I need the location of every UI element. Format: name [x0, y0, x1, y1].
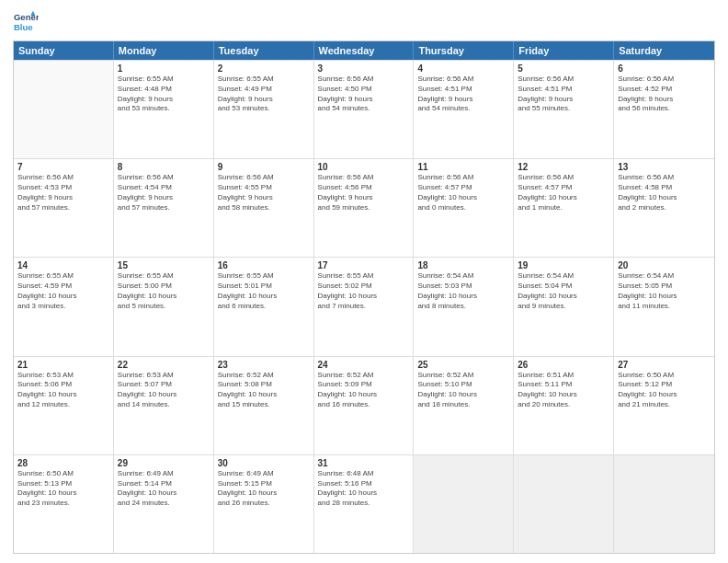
day-info: Sunrise: 6:54 AM Sunset: 5:05 PM Dayligh… — [618, 271, 711, 311]
day-info: Sunrise: 6:50 AM Sunset: 5:12 PM Dayligh… — [618, 371, 711, 410]
day-number: 4 — [417, 63, 509, 74]
calendar-cell: 2Sunrise: 6:55 AM Sunset: 4:49 PM Daylig… — [214, 61, 314, 158]
logo: General Blue — [13, 9, 39, 35]
header-day-wednesday: Wednesday — [314, 41, 415, 60]
day-info: Sunrise: 6:55 AM Sunset: 5:02 PM Dayligh… — [318, 271, 410, 311]
day-info: Sunrise: 6:49 AM Sunset: 5:14 PM Dayligh… — [118, 469, 210, 509]
day-number: 22 — [118, 360, 210, 370]
day-number: 29 — [118, 458, 210, 468]
calendar-cell: 20Sunrise: 6:54 AM Sunset: 5:05 PM Dayli… — [614, 258, 714, 355]
calendar-cell: 11Sunrise: 6:56 AM Sunset: 4:57 PM Dayli… — [414, 159, 514, 257]
day-number: 28 — [17, 458, 109, 468]
day-info: Sunrise: 6:56 AM Sunset: 4:58 PM Dayligh… — [618, 173, 711, 213]
day-info: Sunrise: 6:50 AM Sunset: 5:13 PM Dayligh… — [17, 469, 109, 509]
day-info: Sunrise: 6:52 AM Sunset: 5:10 PM Dayligh… — [417, 371, 509, 410]
day-info: Sunrise: 6:52 AM Sunset: 5:08 PM Dayligh… — [218, 371, 310, 410]
day-info: Sunrise: 6:56 AM Sunset: 4:50 PM Dayligh… — [318, 75, 410, 114]
day-number: 20 — [618, 260, 711, 270]
day-info: Sunrise: 6:56 AM Sunset: 4:56 PM Dayligh… — [318, 173, 410, 213]
day-number: 24 — [318, 360, 410, 370]
day-info: Sunrise: 6:48 AM Sunset: 5:16 PM Dayligh… — [318, 469, 410, 509]
day-number: 23 — [218, 360, 310, 370]
calendar-cell — [514, 455, 614, 553]
svg-text:Blue: Blue — [14, 22, 33, 32]
day-number: 7 — [17, 162, 109, 172]
calendar-cell: 10Sunrise: 6:56 AM Sunset: 4:56 PM Dayli… — [314, 159, 415, 257]
calendar-row-1: 1Sunrise: 6:55 AM Sunset: 4:48 PM Daylig… — [14, 60, 714, 158]
day-number: 3 — [318, 63, 410, 74]
logo-icon: General Blue — [13, 9, 39, 35]
day-info: Sunrise: 6:56 AM Sunset: 4:54 PM Dayligh… — [118, 173, 210, 213]
day-info: Sunrise: 6:49 AM Sunset: 5:15 PM Dayligh… — [218, 469, 310, 509]
calendar-cell: 8Sunrise: 6:56 AM Sunset: 4:54 PM Daylig… — [114, 159, 214, 257]
day-info: Sunrise: 6:55 AM Sunset: 4:59 PM Dayligh… — [17, 271, 109, 311]
calendar-cell: 30Sunrise: 6:49 AM Sunset: 5:15 PM Dayli… — [214, 455, 314, 553]
calendar-cell: 22Sunrise: 6:53 AM Sunset: 5:07 PM Dayli… — [114, 357, 214, 454]
day-number: 14 — [17, 260, 109, 270]
calendar-row-3: 14Sunrise: 6:55 AM Sunset: 4:59 PM Dayli… — [14, 257, 714, 355]
calendar-cell: 4Sunrise: 6:56 AM Sunset: 4:51 PM Daylig… — [414, 61, 514, 158]
calendar-cell: 19Sunrise: 6:54 AM Sunset: 5:04 PM Dayli… — [514, 258, 614, 355]
day-number: 16 — [218, 260, 310, 270]
calendar-cell — [614, 455, 714, 553]
day-info: Sunrise: 6:55 AM Sunset: 5:01 PM Dayligh… — [218, 271, 310, 311]
calendar-cell: 25Sunrise: 6:52 AM Sunset: 5:10 PM Dayli… — [414, 357, 514, 454]
day-number: 15 — [118, 260, 210, 270]
calendar: SundayMondayTuesdayWednesdayThursdayFrid… — [13, 40, 715, 554]
calendar-cell: 3Sunrise: 6:56 AM Sunset: 4:50 PM Daylig… — [314, 61, 415, 158]
calendar-cell: 29Sunrise: 6:49 AM Sunset: 5:14 PM Dayli… — [114, 455, 214, 553]
calendar-cell: 16Sunrise: 6:55 AM Sunset: 5:01 PM Dayli… — [214, 258, 314, 355]
header-day-saturday: Saturday — [614, 41, 714, 60]
calendar-row-2: 7Sunrise: 6:56 AM Sunset: 4:53 PM Daylig… — [14, 158, 714, 257]
day-info: Sunrise: 6:56 AM Sunset: 4:57 PM Dayligh… — [417, 173, 509, 213]
day-number: 6 — [618, 63, 711, 74]
calendar-cell: 5Sunrise: 6:56 AM Sunset: 4:51 PM Daylig… — [514, 61, 614, 158]
day-number: 26 — [518, 360, 609, 370]
calendar-cell: 1Sunrise: 6:55 AM Sunset: 4:48 PM Daylig… — [114, 61, 214, 158]
day-number: 5 — [518, 63, 609, 74]
day-number: 27 — [618, 360, 711, 370]
calendar-cell: 31Sunrise: 6:48 AM Sunset: 5:16 PM Dayli… — [314, 455, 415, 553]
day-info: Sunrise: 6:56 AM Sunset: 4:51 PM Dayligh… — [518, 75, 609, 114]
header-day-thursday: Thursday — [414, 41, 514, 60]
day-info: Sunrise: 6:56 AM Sunset: 4:55 PM Dayligh… — [218, 173, 310, 213]
calendar-cell: 27Sunrise: 6:50 AM Sunset: 5:12 PM Dayli… — [614, 357, 714, 454]
day-number: 18 — [417, 260, 509, 270]
calendar-cell: 14Sunrise: 6:55 AM Sunset: 4:59 PM Dayli… — [14, 258, 114, 355]
day-number: 31 — [318, 458, 410, 468]
day-info: Sunrise: 6:56 AM Sunset: 4:51 PM Dayligh… — [417, 75, 509, 114]
day-number: 8 — [118, 162, 210, 172]
day-info: Sunrise: 6:54 AM Sunset: 5:03 PM Dayligh… — [417, 271, 509, 311]
day-number: 10 — [318, 162, 410, 172]
calendar-cell: 12Sunrise: 6:56 AM Sunset: 4:57 PM Dayli… — [514, 159, 614, 257]
calendar-cell: 28Sunrise: 6:50 AM Sunset: 5:13 PM Dayli… — [14, 455, 114, 553]
calendar-row-4: 21Sunrise: 6:53 AM Sunset: 5:06 PM Dayli… — [14, 356, 714, 454]
calendar-cell: 9Sunrise: 6:56 AM Sunset: 4:55 PM Daylig… — [214, 159, 314, 257]
day-info: Sunrise: 6:56 AM Sunset: 4:53 PM Dayligh… — [17, 173, 109, 213]
day-number: 21 — [17, 360, 109, 370]
day-info: Sunrise: 6:56 AM Sunset: 4:57 PM Dayligh… — [518, 173, 609, 213]
day-number: 2 — [218, 63, 310, 74]
day-info: Sunrise: 6:55 AM Sunset: 5:00 PM Dayligh… — [118, 271, 210, 311]
day-info: Sunrise: 6:56 AM Sunset: 4:52 PM Dayligh… — [618, 75, 711, 114]
calendar-cell — [14, 61, 114, 158]
header-day-sunday: Sunday — [14, 41, 114, 60]
day-number: 13 — [618, 162, 711, 172]
day-info: Sunrise: 6:53 AM Sunset: 5:06 PM Dayligh… — [17, 371, 109, 410]
calendar-cell: 17Sunrise: 6:55 AM Sunset: 5:02 PM Dayli… — [314, 258, 415, 355]
calendar-header: SundayMondayTuesdayWednesdayThursdayFrid… — [14, 41, 714, 60]
day-number: 19 — [518, 260, 609, 270]
calendar-cell: 18Sunrise: 6:54 AM Sunset: 5:03 PM Dayli… — [414, 258, 514, 355]
day-info: Sunrise: 6:55 AM Sunset: 4:49 PM Dayligh… — [218, 75, 310, 114]
calendar-cell: 13Sunrise: 6:56 AM Sunset: 4:58 PM Dayli… — [614, 159, 714, 257]
day-number: 25 — [417, 360, 509, 370]
day-info: Sunrise: 6:54 AM Sunset: 5:04 PM Dayligh… — [518, 271, 609, 311]
header-day-tuesday: Tuesday — [214, 41, 314, 60]
calendar-row-5: 28Sunrise: 6:50 AM Sunset: 5:13 PM Dayli… — [14, 454, 714, 553]
calendar-cell — [414, 455, 514, 553]
day-number: 17 — [318, 260, 410, 270]
day-info: Sunrise: 6:55 AM Sunset: 4:48 PM Dayligh… — [118, 75, 210, 114]
day-number: 30 — [218, 458, 310, 468]
day-number: 9 — [218, 162, 310, 172]
day-info: Sunrise: 6:52 AM Sunset: 5:09 PM Dayligh… — [318, 371, 410, 410]
